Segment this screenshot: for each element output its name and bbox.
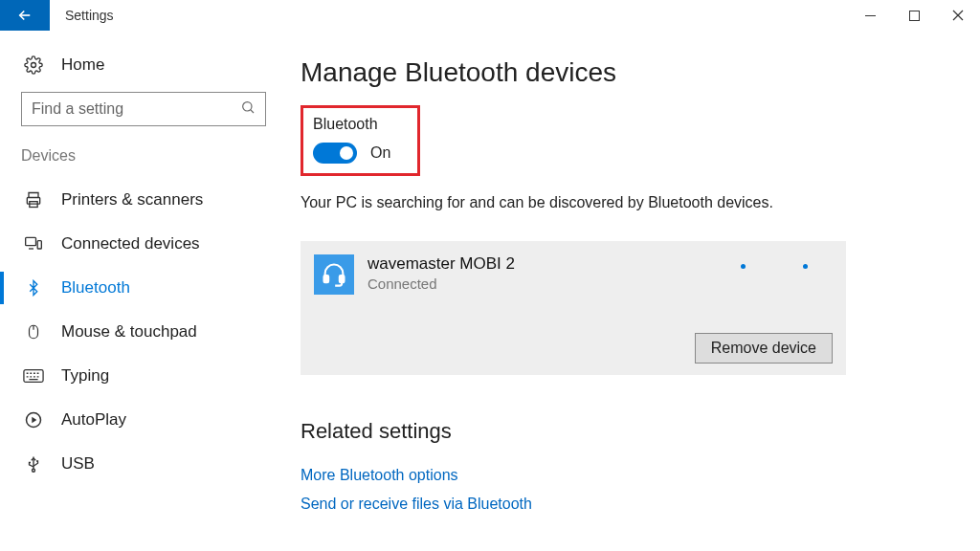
close-icon: [952, 10, 964, 21]
sidebar-item-label: Bluetooth: [61, 278, 130, 298]
sidebar-item-label: USB: [61, 454, 95, 474]
sidebar-item-label: Mouse & touchpad: [61, 322, 197, 342]
sidebar-item-autoplay[interactable]: AutoPlay: [15, 398, 272, 442]
sidebar-item-typing[interactable]: Typing: [15, 354, 272, 398]
back-button[interactable]: [0, 0, 50, 31]
main-content: Manage Bluetooth devices Bluetooth On Yo…: [287, 31, 980, 551]
maximize-icon: [909, 11, 920, 21]
sidebar-item-bluetooth[interactable]: Bluetooth: [15, 266, 272, 310]
svg-rect-6: [26, 237, 36, 245]
usb-icon: [23, 454, 44, 474]
mouse-icon: [23, 322, 44, 342]
sidebar-item-label: Connected devices: [61, 234, 200, 253]
related-settings: Related settings More Bluetooth options …: [301, 419, 942, 518]
title-bar: Settings: [0, 0, 980, 31]
svg-point-3: [243, 102, 252, 111]
search-placeholder: Find a setting: [32, 100, 123, 118]
arrow-left-icon: [16, 7, 33, 24]
searching-indicator: [741, 264, 808, 269]
close-button[interactable]: [936, 0, 980, 31]
app-title: Settings: [50, 0, 114, 31]
device-name: wavemaster MOBI 2: [368, 254, 515, 274]
svg-point-2: [32, 63, 36, 68]
keyboard-icon: [23, 368, 44, 384]
link-send-receive-files[interactable]: Send or receive files via Bluetooth: [301, 490, 942, 518]
sidebar-item-label: AutoPlay: [61, 410, 126, 430]
sidebar-item-printers[interactable]: Printers & scanners: [15, 178, 272, 222]
bluetooth-toggle-highlight: Bluetooth On: [301, 105, 420, 176]
sidebar-item-mouse[interactable]: Mouse & touchpad: [15, 310, 272, 354]
bluetooth-toggle[interactable]: [313, 143, 357, 164]
svg-rect-12: [324, 276, 329, 282]
section-label: Devices: [15, 147, 272, 178]
bluetooth-label: Bluetooth: [313, 116, 390, 133]
headset-icon: [314, 254, 354, 295]
svg-rect-9: [24, 370, 43, 383]
sidebar-item-label: Typing: [61, 366, 109, 386]
autoplay-icon: [23, 410, 44, 430]
svg-rect-0: [865, 15, 876, 16]
printer-icon: [23, 190, 44, 209]
device-status: Connected: [368, 276, 515, 292]
gear-icon: [23, 55, 44, 75]
search-input[interactable]: Find a setting: [21, 92, 266, 126]
home-button[interactable]: Home: [15, 50, 272, 88]
svg-rect-13: [340, 276, 345, 282]
page-heading: Manage Bluetooth devices: [301, 57, 942, 88]
minimize-icon: [865, 11, 876, 21]
bluetooth-status-text: Your PC is searching for and can be disc…: [301, 191, 798, 214]
link-more-bluetooth-options[interactable]: More Bluetooth options: [301, 461, 942, 490]
home-label: Home: [61, 55, 104, 75]
related-heading: Related settings: [301, 419, 942, 444]
maximize-button[interactable]: [892, 0, 936, 31]
sidebar-item-usb[interactable]: USB: [15, 442, 272, 486]
svg-rect-1: [909, 11, 919, 20]
bluetooth-toggle-state: On: [370, 144, 390, 162]
sidebar-item-label: Printers & scanners: [61, 190, 203, 209]
sidebar: Home Find a setting Devices Printers & s…: [0, 31, 287, 551]
svg-rect-7: [37, 241, 41, 249]
devices-icon: [23, 234, 44, 253]
search-icon: [240, 99, 256, 119]
minimize-button[interactable]: [848, 0, 892, 31]
device-card[interactable]: wavemaster MOBI 2 Connected Remove devic…: [301, 241, 846, 375]
remove-device-button[interactable]: Remove device: [695, 333, 833, 364]
svg-point-11: [33, 469, 35, 472]
bluetooth-icon: [23, 279, 44, 297]
sidebar-item-connected-devices[interactable]: Connected devices: [15, 222, 272, 266]
